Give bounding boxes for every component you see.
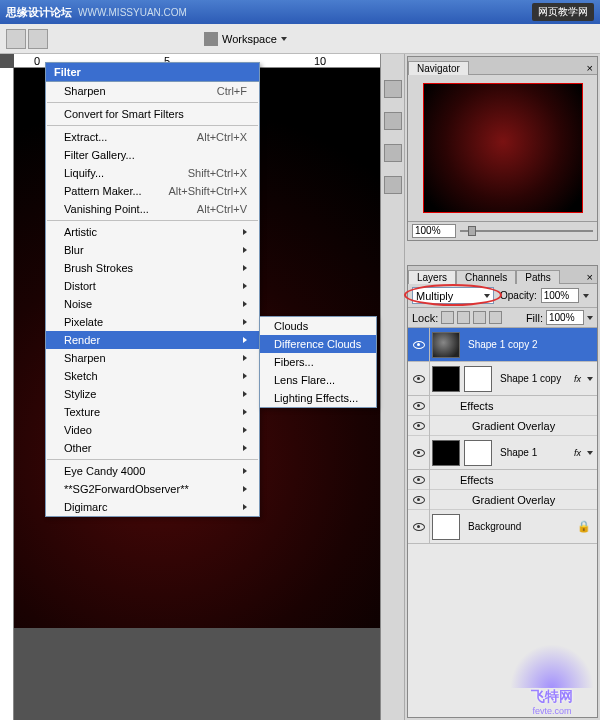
layer-thumbnail[interactable] xyxy=(432,366,460,392)
workspace-selector[interactable]: Workspace xyxy=(204,32,287,46)
menu-lens-flare[interactable]: Lens Flare... xyxy=(260,371,376,389)
panel-menu-icon[interactable]: × xyxy=(583,271,597,283)
title-url: WWW.MISSYUAN.COM xyxy=(78,7,187,18)
menu-eye-candy[interactable]: Eye Candy 4000 xyxy=(46,462,259,480)
layer-row[interactable]: Shape 1 copy fx xyxy=(408,362,597,396)
lock-pixels-icon[interactable] xyxy=(457,311,470,324)
menu-vanishing-point[interactable]: Vanishing Point...Alt+Ctrl+V xyxy=(46,200,259,218)
fx-badge[interactable]: fx xyxy=(574,448,581,458)
menu-sharpen-last[interactable]: SharpenCtrl+F xyxy=(46,82,259,100)
menu-other[interactable]: Other xyxy=(46,439,259,457)
chevron-down-icon[interactable] xyxy=(587,451,593,455)
menu-stylize[interactable]: Stylize xyxy=(46,385,259,403)
tab-navigator[interactable]: Navigator xyxy=(408,61,469,75)
menu-noise[interactable]: Noise xyxy=(46,295,259,313)
menu-fibers[interactable]: Fibers... xyxy=(260,353,376,371)
menu-difference-clouds[interactable]: Difference Clouds xyxy=(260,335,376,353)
tool-presets-icon[interactable] xyxy=(384,144,402,162)
menu-render[interactable]: Render xyxy=(46,331,259,349)
layer-thumbnail[interactable] xyxy=(432,440,460,466)
layer-row[interactable]: Shape 1 copy 2 xyxy=(408,328,597,362)
menu-clouds[interactable]: Clouds xyxy=(260,317,376,335)
tab-channels[interactable]: Channels xyxy=(456,270,516,284)
navigator-panel: Navigator × 100% xyxy=(407,56,598,241)
effect-item[interactable]: Gradient Overlay xyxy=(408,416,597,436)
layer-mask[interactable] xyxy=(464,440,492,466)
chevron-down-icon[interactable] xyxy=(583,294,589,298)
menu-filter-gallery[interactable]: Filter Gallery... xyxy=(46,146,259,164)
lock-all-icon[interactable] xyxy=(489,311,502,324)
menu-sketch[interactable]: Sketch xyxy=(46,367,259,385)
layer-name[interactable]: Background xyxy=(462,521,577,532)
eye-icon[interactable] xyxy=(413,523,425,531)
fill-label: Fill: xyxy=(526,312,543,324)
chevron-down-icon[interactable] xyxy=(587,377,593,381)
effect-item[interactable]: Gradient Overlay xyxy=(408,490,597,510)
zoom-input[interactable]: 100% xyxy=(412,224,456,238)
layer-name[interactable]: Shape 1 xyxy=(494,447,574,458)
eye-icon[interactable] xyxy=(413,449,425,457)
menu-blur[interactable]: Blur xyxy=(46,241,259,259)
brushes-icon[interactable] xyxy=(384,176,402,194)
workspace-icon xyxy=(204,32,218,46)
fill-input[interactable]: 100% xyxy=(546,310,584,325)
actions-icon[interactable] xyxy=(384,112,402,130)
menu-convert-smart[interactable]: Convert for Smart Filters xyxy=(46,105,259,123)
title-cn: 思缘设计论坛 xyxy=(6,5,72,20)
layers-panel: Layers Channels Paths × Multiply Opacity… xyxy=(407,265,598,718)
menu-video[interactable]: Video xyxy=(46,421,259,439)
navigator-thumbnail[interactable] xyxy=(423,83,583,213)
render-submenu: Clouds Difference Clouds Fibers... Lens … xyxy=(259,316,377,408)
layer-mask[interactable] xyxy=(464,366,492,392)
opacity-label: Opacity: xyxy=(500,290,537,301)
zoom-slider[interactable] xyxy=(460,226,593,236)
layer-thumbnail[interactable] xyxy=(432,514,460,540)
layer-name[interactable]: Shape 1 copy 2 xyxy=(462,339,597,350)
menu-sg2[interactable]: **SG2ForwardObserver** xyxy=(46,480,259,498)
history-icon[interactable] xyxy=(384,80,402,98)
title-badge: 网页教学网 xyxy=(532,3,594,21)
menu-liquify[interactable]: Liquify...Shift+Ctrl+X xyxy=(46,164,259,182)
layer-thumbnail[interactable] xyxy=(432,332,460,358)
options-bar: Workspace xyxy=(0,24,600,54)
menu-extract[interactable]: Extract...Alt+Ctrl+X xyxy=(46,128,259,146)
menu-pixelate[interactable]: Pixelate xyxy=(46,313,259,331)
panel-close-icon[interactable]: × xyxy=(583,62,597,74)
layer-name[interactable]: Shape 1 copy xyxy=(494,373,574,384)
menu-texture[interactable]: Texture xyxy=(46,403,259,421)
eye-icon[interactable] xyxy=(413,476,425,484)
lock-transparency-icon[interactable] xyxy=(441,311,454,324)
chevron-down-icon[interactable] xyxy=(587,316,593,320)
menu-sharpen-sub[interactable]: Sharpen xyxy=(46,349,259,367)
eye-icon[interactable] xyxy=(413,402,425,410)
eye-icon[interactable] xyxy=(413,341,425,349)
menu-title: Filter xyxy=(46,63,259,82)
menu-brush-strokes[interactable]: Brush Strokes xyxy=(46,259,259,277)
menu-lighting-effects[interactable]: Lighting Effects... xyxy=(260,389,376,407)
opacity-input[interactable]: 100% xyxy=(541,288,579,303)
filter-menu: Filter SharpenCtrl+F Convert for Smart F… xyxy=(45,62,260,517)
menu-pattern-maker[interactable]: Pattern Maker...Alt+Shift+Ctrl+X xyxy=(46,182,259,200)
tab-layers[interactable]: Layers xyxy=(408,270,456,284)
menu-distort[interactable]: Distort xyxy=(46,277,259,295)
menu-digimarc[interactable]: Digimarc xyxy=(46,498,259,516)
workspace-label: Workspace xyxy=(222,33,277,45)
layer-list: Shape 1 copy 2 Shape 1 copy fx Effects xyxy=(408,328,597,717)
layer-row[interactable]: Background 🔒 xyxy=(408,510,597,544)
eye-icon[interactable] xyxy=(413,496,425,504)
menu-artistic[interactable]: Artistic xyxy=(46,223,259,241)
ruler-vertical[interactable] xyxy=(0,68,14,720)
eye-icon[interactable] xyxy=(413,422,425,430)
effects-row[interactable]: Effects xyxy=(408,396,597,416)
lock-position-icon[interactable] xyxy=(473,311,486,324)
dock-strip xyxy=(381,54,405,720)
blend-mode-select[interactable]: Multiply xyxy=(412,287,494,304)
eye-icon[interactable] xyxy=(413,375,425,383)
ps-icon[interactable] xyxy=(6,29,26,49)
layer-row[interactable]: Shape 1 fx xyxy=(408,436,597,470)
tab-paths[interactable]: Paths xyxy=(516,270,560,284)
bridge-icon[interactable] xyxy=(28,29,48,49)
fx-badge[interactable]: fx xyxy=(574,374,581,384)
effects-row[interactable]: Effects xyxy=(408,470,597,490)
chevron-down-icon xyxy=(281,37,287,41)
